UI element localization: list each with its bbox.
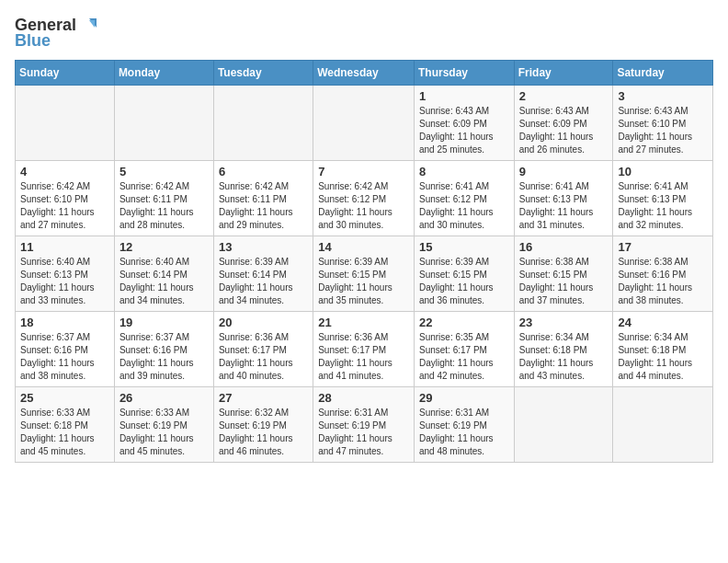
day-info: Sunrise: 6:37 AM Sunset: 6:16 PM Dayligh… bbox=[20, 331, 109, 383]
day-info: Sunrise: 6:33 AM Sunset: 6:19 PM Dayligh… bbox=[119, 407, 209, 458]
day-info: Sunrise: 6:39 AM Sunset: 6:14 PM Dayligh… bbox=[219, 256, 308, 307]
day-info: Sunrise: 6:34 AM Sunset: 6:18 PM Dayligh… bbox=[618, 331, 708, 383]
calendar-cell: 6Sunrise: 6:42 AM Sunset: 6:11 PM Daylig… bbox=[213, 161, 313, 236]
day-number: 6 bbox=[219, 165, 308, 178]
day-info: Sunrise: 6:42 AM Sunset: 6:10 PM Dayligh… bbox=[20, 180, 109, 232]
day-number: 8 bbox=[419, 165, 509, 178]
calendar-week-row: 4Sunrise: 6:42 AM Sunset: 6:10 PM Daylig… bbox=[16, 161, 713, 236]
calendar-cell: 7Sunrise: 6:42 AM Sunset: 6:12 PM Daylig… bbox=[313, 161, 415, 236]
page-header: General Blue bbox=[15, 15, 713, 51]
day-number: 17 bbox=[618, 240, 708, 254]
logo-bird-icon bbox=[78, 15, 98, 35]
day-number: 27 bbox=[219, 391, 308, 405]
day-number: 20 bbox=[219, 316, 308, 329]
calendar-cell: 16Sunrise: 6:38 AM Sunset: 6:15 PM Dayli… bbox=[514, 236, 613, 312]
calendar-cell: 23Sunrise: 6:34 AM Sunset: 6:18 PM Dayli… bbox=[514, 312, 613, 387]
calendar-cell: 1Sunrise: 6:43 AM Sunset: 6:09 PM Daylig… bbox=[414, 86, 514, 161]
day-number: 23 bbox=[519, 316, 609, 329]
day-number: 10 bbox=[618, 165, 708, 178]
logo: General Blue bbox=[15, 15, 98, 51]
day-number: 1 bbox=[419, 89, 509, 103]
svg-marker-1 bbox=[89, 20, 95, 28]
calendar-cell: 25Sunrise: 6:33 AM Sunset: 6:18 PM Dayli… bbox=[16, 387, 115, 463]
day-info: Sunrise: 6:41 AM Sunset: 6:13 PM Dayligh… bbox=[519, 180, 609, 232]
day-number: 28 bbox=[318, 391, 409, 405]
day-info: Sunrise: 6:34 AM Sunset: 6:18 PM Dayligh… bbox=[519, 331, 609, 383]
calendar-week-row: 25Sunrise: 6:33 AM Sunset: 6:18 PM Dayli… bbox=[16, 387, 713, 463]
calendar-cell: 5Sunrise: 6:42 AM Sunset: 6:11 PM Daylig… bbox=[114, 161, 213, 236]
day-number: 13 bbox=[219, 240, 308, 254]
day-of-week-header: Tuesday bbox=[213, 61, 313, 86]
day-number: 16 bbox=[519, 240, 609, 254]
calendar-cell: 12Sunrise: 6:40 AM Sunset: 6:14 PM Dayli… bbox=[114, 236, 213, 312]
calendar-cell bbox=[313, 86, 415, 161]
calendar-cell: 8Sunrise: 6:41 AM Sunset: 6:12 PM Daylig… bbox=[414, 161, 514, 236]
day-info: Sunrise: 6:36 AM Sunset: 6:17 PM Dayligh… bbox=[318, 331, 409, 383]
day-info: Sunrise: 6:38 AM Sunset: 6:16 PM Dayligh… bbox=[618, 256, 708, 307]
day-info: Sunrise: 6:39 AM Sunset: 6:15 PM Dayligh… bbox=[419, 256, 509, 307]
day-info: Sunrise: 6:41 AM Sunset: 6:13 PM Dayligh… bbox=[618, 180, 708, 232]
day-of-week-header: Thursday bbox=[414, 61, 514, 86]
day-of-week-header: Saturday bbox=[613, 61, 713, 86]
day-info: Sunrise: 6:32 AM Sunset: 6:19 PM Dayligh… bbox=[219, 407, 308, 458]
day-info: Sunrise: 6:43 AM Sunset: 6:09 PM Dayligh… bbox=[519, 105, 609, 156]
day-number: 3 bbox=[618, 89, 708, 103]
calendar-cell: 20Sunrise: 6:36 AM Sunset: 6:17 PM Dayli… bbox=[213, 312, 313, 387]
day-of-week-header: Monday bbox=[114, 61, 213, 86]
calendar-cell: 27Sunrise: 6:32 AM Sunset: 6:19 PM Dayli… bbox=[213, 387, 313, 463]
day-number: 5 bbox=[119, 165, 209, 178]
calendar-cell: 24Sunrise: 6:34 AM Sunset: 6:18 PM Dayli… bbox=[613, 312, 713, 387]
day-info: Sunrise: 6:43 AM Sunset: 6:10 PM Dayligh… bbox=[618, 105, 708, 156]
day-number: 12 bbox=[119, 240, 209, 254]
day-number: 11 bbox=[20, 240, 109, 254]
calendar-table: SundayMondayTuesdayWednesdayThursdayFrid… bbox=[15, 60, 713, 463]
day-info: Sunrise: 6:35 AM Sunset: 6:17 PM Dayligh… bbox=[419, 331, 509, 383]
day-info: Sunrise: 6:43 AM Sunset: 6:09 PM Dayligh… bbox=[419, 105, 509, 156]
day-info: Sunrise: 6:41 AM Sunset: 6:12 PM Dayligh… bbox=[419, 180, 509, 232]
day-number: 24 bbox=[618, 316, 708, 329]
calendar-cell: 28Sunrise: 6:31 AM Sunset: 6:19 PM Dayli… bbox=[313, 387, 415, 463]
day-number: 15 bbox=[419, 240, 509, 254]
day-info: Sunrise: 6:38 AM Sunset: 6:15 PM Dayligh… bbox=[519, 256, 609, 307]
calendar-cell: 19Sunrise: 6:37 AM Sunset: 6:16 PM Dayli… bbox=[114, 312, 213, 387]
day-info: Sunrise: 6:39 AM Sunset: 6:15 PM Dayligh… bbox=[318, 256, 409, 307]
calendar-cell: 4Sunrise: 6:42 AM Sunset: 6:10 PM Daylig… bbox=[16, 161, 115, 236]
calendar-week-row: 18Sunrise: 6:37 AM Sunset: 6:16 PM Dayli… bbox=[16, 312, 713, 387]
calendar-cell: 22Sunrise: 6:35 AM Sunset: 6:17 PM Dayli… bbox=[414, 312, 514, 387]
calendar-cell bbox=[114, 86, 213, 161]
day-number: 19 bbox=[119, 316, 209, 329]
day-number: 22 bbox=[419, 316, 509, 329]
day-info: Sunrise: 6:31 AM Sunset: 6:19 PM Dayligh… bbox=[419, 407, 509, 458]
day-info: Sunrise: 6:42 AM Sunset: 6:11 PM Dayligh… bbox=[219, 180, 308, 232]
day-number: 4 bbox=[20, 165, 109, 178]
day-info: Sunrise: 6:37 AM Sunset: 6:16 PM Dayligh… bbox=[119, 331, 209, 383]
day-info: Sunrise: 6:31 AM Sunset: 6:19 PM Dayligh… bbox=[318, 407, 409, 458]
calendar-cell: 2Sunrise: 6:43 AM Sunset: 6:09 PM Daylig… bbox=[514, 86, 613, 161]
calendar-cell bbox=[613, 387, 713, 463]
day-info: Sunrise: 6:40 AM Sunset: 6:14 PM Dayligh… bbox=[119, 256, 209, 307]
calendar-cell bbox=[514, 387, 613, 463]
calendar-cell: 26Sunrise: 6:33 AM Sunset: 6:19 PM Dayli… bbox=[114, 387, 213, 463]
calendar-cell: 15Sunrise: 6:39 AM Sunset: 6:15 PM Dayli… bbox=[414, 236, 514, 312]
calendar-cell bbox=[16, 86, 115, 161]
calendar-cell: 10Sunrise: 6:41 AM Sunset: 6:13 PM Dayli… bbox=[613, 161, 713, 236]
day-info: Sunrise: 6:40 AM Sunset: 6:13 PM Dayligh… bbox=[20, 256, 109, 307]
calendar-cell: 17Sunrise: 6:38 AM Sunset: 6:16 PM Dayli… bbox=[613, 236, 713, 312]
calendar-cell: 13Sunrise: 6:39 AM Sunset: 6:14 PM Dayli… bbox=[213, 236, 313, 312]
calendar-cell: 3Sunrise: 6:43 AM Sunset: 6:10 PM Daylig… bbox=[613, 86, 713, 161]
day-of-week-header: Sunday bbox=[16, 61, 115, 86]
day-number: 9 bbox=[519, 165, 609, 178]
day-info: Sunrise: 6:42 AM Sunset: 6:11 PM Dayligh… bbox=[119, 180, 209, 232]
day-info: Sunrise: 6:36 AM Sunset: 6:17 PM Dayligh… bbox=[219, 331, 308, 383]
calendar-cell bbox=[213, 86, 313, 161]
day-number: 25 bbox=[20, 391, 109, 405]
day-number: 7 bbox=[318, 165, 409, 178]
calendar-cell: 11Sunrise: 6:40 AM Sunset: 6:13 PM Dayli… bbox=[16, 236, 115, 312]
day-info: Sunrise: 6:33 AM Sunset: 6:18 PM Dayligh… bbox=[20, 407, 109, 458]
calendar-cell: 14Sunrise: 6:39 AM Sunset: 6:15 PM Dayli… bbox=[313, 236, 415, 312]
logo-blue: Blue bbox=[15, 31, 51, 51]
day-of-week-header: Wednesday bbox=[313, 61, 415, 86]
calendar-week-row: 1Sunrise: 6:43 AM Sunset: 6:09 PM Daylig… bbox=[16, 86, 713, 161]
day-number: 26 bbox=[119, 391, 209, 405]
calendar-cell: 9Sunrise: 6:41 AM Sunset: 6:13 PM Daylig… bbox=[514, 161, 613, 236]
